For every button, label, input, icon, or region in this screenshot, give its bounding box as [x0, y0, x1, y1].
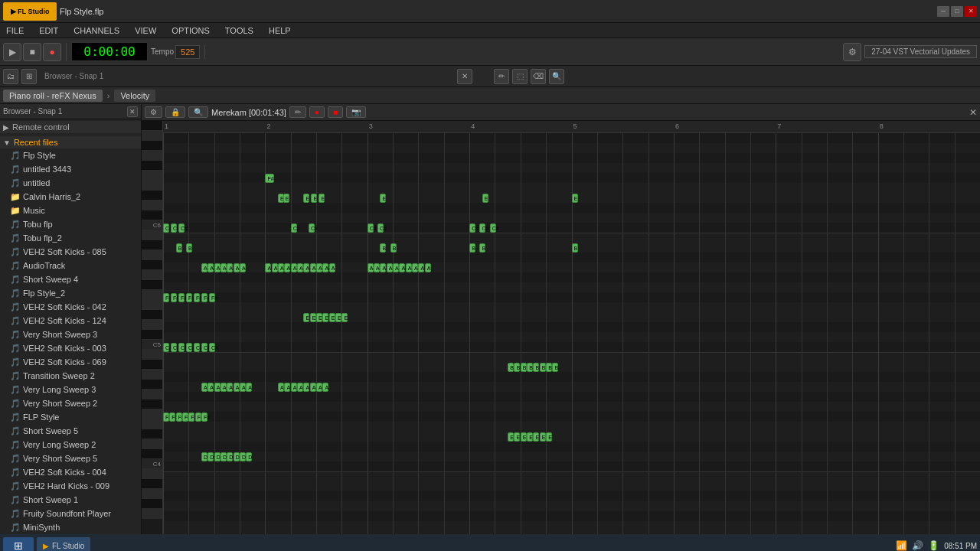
piano-key-g5[interactable] [142, 270, 162, 280]
note-7[interactable]: E [482, 194, 488, 203]
piano-key-a5[interactable] [142, 250, 162, 260]
note-59[interactable]: F# [201, 293, 207, 302]
note-2[interactable]: E [283, 194, 289, 203]
piano-key-a6[interactable] [142, 131, 162, 141]
note-64[interactable]: E [322, 313, 328, 322]
velocity-tab[interactable]: Velocity [114, 90, 155, 102]
remote-control-header[interactable]: ▶ Remote control [0, 121, 141, 133]
note-88[interactable]: A [234, 383, 240, 392]
piano-key-as5[interactable] [142, 240, 162, 250]
piano-key-fs5[interactable] [142, 280, 162, 290]
note-58[interactable]: F# [194, 293, 200, 302]
sidebar-item[interactable]: 🎵untitled [0, 176, 141, 190]
note-111[interactable]: E [540, 432, 546, 442]
piano-key-as6[interactable] [142, 121, 162, 131]
note-114[interactable]: D [207, 452, 214, 461]
note-16[interactable]: C# [469, 223, 475, 233]
note-57[interactable]: F# [186, 293, 192, 302]
note-63[interactable]: E [316, 313, 322, 322]
piano-key-b5[interactable] [142, 230, 162, 240]
browser-button[interactable]: 🗂 [3, 69, 18, 84]
piano-key-cs4[interactable] [142, 449, 162, 459]
menu-tools[interactable]: TOOLS [222, 26, 256, 35]
note-8[interactable]: E [572, 194, 578, 203]
note-81[interactable]: B [546, 363, 552, 372]
menu-options[interactable]: OPTIONS [168, 26, 213, 35]
menu-file[interactable]: FILE [3, 26, 27, 35]
sidebar-item[interactable]: 🎵VEH2 Soft Kicks - 004 [0, 465, 141, 479]
note-49[interactable]: A [399, 263, 405, 272]
note-10[interactable]: C# [171, 223, 177, 233]
note-108[interactable]: E [521, 432, 527, 442]
merekam-close[interactable]: ✕ [969, 107, 977, 118]
sidebar-item[interactable]: 🎵Short Sweep 4 [0, 272, 141, 286]
note-102[interactable]: F# [182, 412, 188, 422]
piano-key-gs6[interactable] [142, 141, 162, 151]
merekam-zoom[interactable]: 🔍 [188, 106, 208, 118]
sidebar-item[interactable]: 📁Calvin Harris_2 [0, 190, 141, 204]
note-117[interactable]: D [227, 452, 233, 461]
merekam-stop[interactable]: ■ [328, 106, 343, 118]
menu-help[interactable]: HELP [266, 26, 294, 35]
note-23[interactable]: B [469, 243, 475, 253]
sidebar-item[interactable]: 🎵Very Short Sweep 2 [0, 396, 141, 410]
menu-channels[interactable]: CHANNELS [70, 26, 122, 35]
piano-key-as3[interactable] [142, 479, 162, 489]
note-21[interactable]: B [380, 243, 386, 253]
piano-key-b4[interactable] [142, 350, 162, 360]
note-6[interactable]: E [380, 194, 386, 203]
note-43[interactable]: A [329, 263, 335, 272]
sidebar-item[interactable]: 🎵VEH2 Soft Kicks - 042 [0, 300, 141, 314]
note-104[interactable]: F# [195, 412, 201, 422]
note-53[interactable]: A [425, 263, 431, 272]
note-73[interactable]: C# [201, 343, 207, 352]
note-52[interactable]: A [418, 263, 424, 272]
note-93[interactable]: A [291, 383, 297, 392]
piano-roll-tab[interactable]: Piano roll - reFX Nexus [3, 90, 103, 102]
note-80[interactable]: B [540, 363, 546, 372]
sidebar-item[interactable]: 🎵Tobu flp [0, 217, 141, 231]
note-113[interactable]: D [201, 452, 207, 461]
piano-key-fs6[interactable] [142, 161, 162, 171]
note-71[interactable]: C# [186, 343, 192, 352]
note-78[interactable]: B [527, 363, 533, 372]
recent-files-header[interactable]: ▼ Recent files [0, 136, 141, 148]
note-40[interactable]: A [310, 263, 316, 272]
snap-button[interactable]: ⊞ [21, 69, 37, 84]
note-97[interactable]: A [316, 383, 322, 392]
note-51[interactable]: A [412, 263, 418, 272]
note-3[interactable]: E [303, 194, 309, 203]
sidebar-item[interactable]: 🎵Short Sweep 5 [0, 424, 141, 438]
note-92[interactable]: A [284, 383, 290, 392]
note-44[interactable]: A [368, 263, 374, 272]
note-84[interactable]: A [207, 383, 214, 392]
piano-key-d4[interactable] [142, 439, 162, 449]
note-48[interactable]: A [393, 263, 399, 272]
note-38[interactable]: A [297, 263, 303, 272]
sidebar-close-button[interactable]: ✕ [127, 106, 138, 117]
note-91[interactable]: A [278, 383, 284, 392]
note-27[interactable]: A [207, 263, 214, 272]
piano-key-ds6[interactable] [142, 191, 162, 201]
erase-tool[interactable]: ⌫ [531, 69, 546, 84]
note-99[interactable]: F# [163, 412, 169, 422]
note-24[interactable]: B [479, 243, 485, 253]
note-82[interactable]: B [552, 363, 558, 372]
note-9[interactable]: C# [163, 223, 169, 233]
bpm-display[interactable]: 525 [175, 45, 200, 59]
select-tool[interactable]: ⬚ [512, 69, 528, 84]
zoom-tool[interactable]: 🔍 [549, 69, 564, 84]
piano-key-gs3[interactable] [142, 499, 162, 509]
piano-key-c5[interactable]: C5 [142, 340, 162, 350]
settings-button[interactable]: ⚙ [843, 43, 861, 61]
merekam-camera[interactable]: 📷 [346, 106, 366, 118]
note-101[interactable]: F# [176, 412, 182, 422]
note-29[interactable]: A [220, 263, 227, 272]
note-42[interactable]: A [322, 263, 328, 272]
note-98[interactable]: A [322, 383, 328, 392]
note-13[interactable]: C# [309, 223, 315, 233]
sidebar-item[interactable]: 🎵VEH2 Hard Kicks - 009 [0, 479, 141, 493]
note-68[interactable]: C# [163, 343, 169, 352]
note-47[interactable]: A [387, 263, 393, 272]
piano-key-cs5[interactable] [142, 330, 162, 340]
